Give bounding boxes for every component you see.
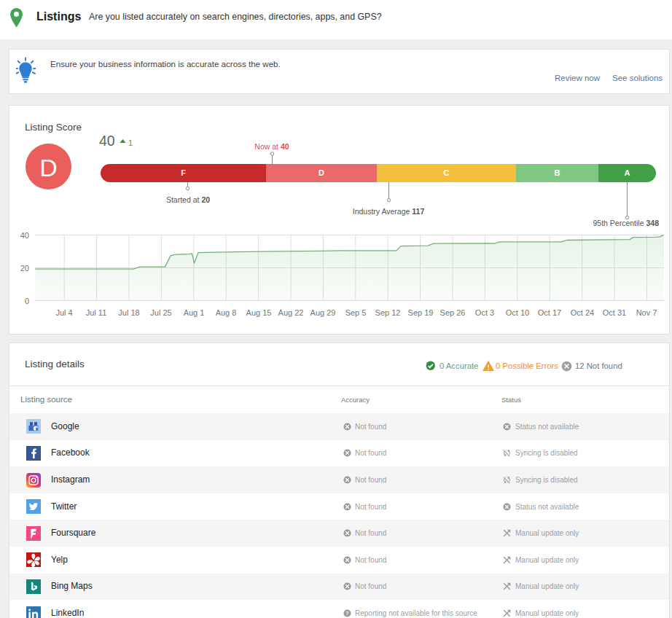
svg-text:Oct 31: Oct 31 — [603, 308, 626, 317]
svg-text:Aug 8: Aug 8 — [216, 308, 237, 317]
svg-text:Oct 10: Oct 10 — [506, 308, 529, 317]
svg-text:Nov 7: Nov 7 — [636, 308, 657, 317]
svg-text:Sep 5: Sep 5 — [345, 308, 367, 317]
svg-text:Jul 4: Jul 4 — [55, 308, 72, 317]
svg-text:Sep 12: Sep 12 — [375, 308, 401, 317]
svg-text:Oct 3: Oct 3 — [475, 308, 494, 317]
svg-text:Aug 29: Aug 29 — [310, 308, 336, 317]
svg-text:Oct 17: Oct 17 — [538, 308, 561, 317]
svg-text:Sep 26: Sep 26 — [440, 308, 466, 317]
svg-text:40: 40 — [20, 231, 29, 240]
svg-text:Sep 19: Sep 19 — [408, 308, 434, 317]
svg-text:Aug 1: Aug 1 — [184, 308, 205, 317]
svg-text:Aug 15: Aug 15 — [246, 308, 272, 317]
svg-text:0: 0 — [25, 297, 29, 305]
svg-text:Oct 24: Oct 24 — [571, 308, 594, 317]
svg-text:Jul 18: Jul 18 — [118, 308, 139, 317]
svg-text:?: ? — [345, 611, 348, 616]
svg-text:20: 20 — [20, 264, 29, 273]
svg-text:Jul 25: Jul 25 — [150, 308, 171, 317]
svg-text:Jul 11: Jul 11 — [86, 308, 107, 317]
svg-text:Aug 22: Aug 22 — [278, 308, 304, 317]
